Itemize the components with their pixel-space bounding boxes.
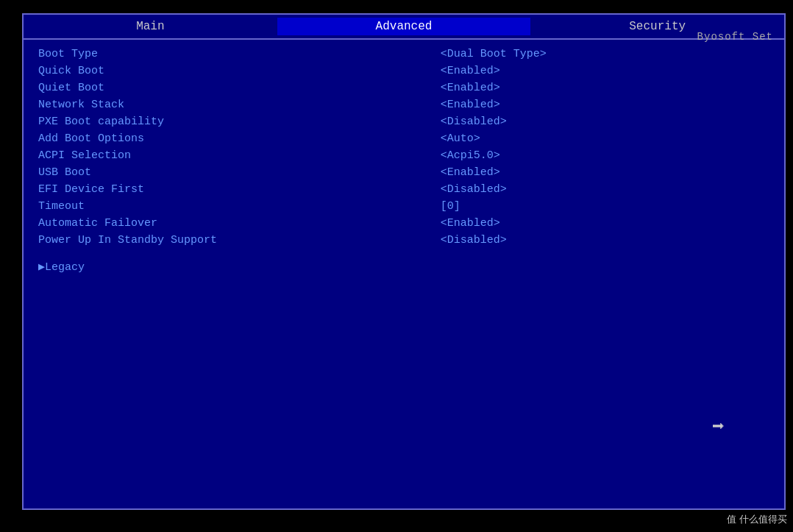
table-row-value: <Auto>	[441, 132, 769, 145]
mouse-cursor: ⮕	[712, 419, 725, 435]
table-row-value: <Enabled>	[441, 64, 769, 77]
table-row-value: <Enabled>	[441, 166, 769, 179]
table-row[interactable]: Quick Boot	[38, 64, 441, 77]
table-row[interactable]: Boot Type	[38, 47, 441, 60]
table-row[interactable]: Quiet Boot	[38, 81, 441, 94]
table-row-value: <Enabled>	[441, 98, 769, 111]
table-row[interactable]: USB Boot	[38, 166, 441, 179]
table-row[interactable]: PXE Boot capability	[38, 115, 441, 128]
table-row[interactable]: ACPI Selection	[38, 149, 441, 162]
table-row-value: [0]	[441, 199, 769, 213]
table-row-value: <Enabled>	[441, 216, 769, 230]
table-row[interactable]: EFI Device First	[38, 182, 441, 196]
content-area: Boot Type Quick Boot Quiet Boot Network …	[24, 40, 784, 497]
table-row[interactable]: Automatic Failover	[38, 216, 441, 230]
settings-names-col: Boot Type Quick Boot Quiet Boot Network …	[38, 47, 441, 489]
table-row[interactable]: Add Boot Options	[38, 132, 441, 145]
table-row-value: <Disabled>	[441, 233, 769, 247]
table-row-value: <Disabled>	[441, 115, 769, 128]
table-row-value: <Acpi5.0>	[441, 149, 769, 162]
table-row-value: <Disabled>	[441, 182, 769, 196]
menu-item-main[interactable]: Main	[24, 18, 277, 35]
byosoft-title: Byosoft Set	[697, 31, 773, 43]
menu-bar: Main Advanced Security	[24, 15, 784, 40]
table-row[interactable]: Timeout	[38, 199, 441, 213]
legacy-submenu[interactable]: ▶Legacy	[38, 260, 441, 274]
bios-screen: Byosoft Set Main Advanced Security Boot …	[22, 13, 786, 510]
main-content: Boot Type Quick Boot Quiet Boot Network …	[38, 47, 769, 489]
menu-item-advanced[interactable]: Advanced	[277, 18, 531, 35]
table-row-value: <Enabled>	[441, 81, 769, 94]
table-row[interactable]: Network Stack	[38, 98, 441, 111]
table-row-value: <Dual Boot Type>	[441, 47, 769, 60]
table-row[interactable]: Power Up In Standby Support	[38, 233, 441, 247]
watermark-label: 值 什么值得买	[727, 513, 787, 526]
